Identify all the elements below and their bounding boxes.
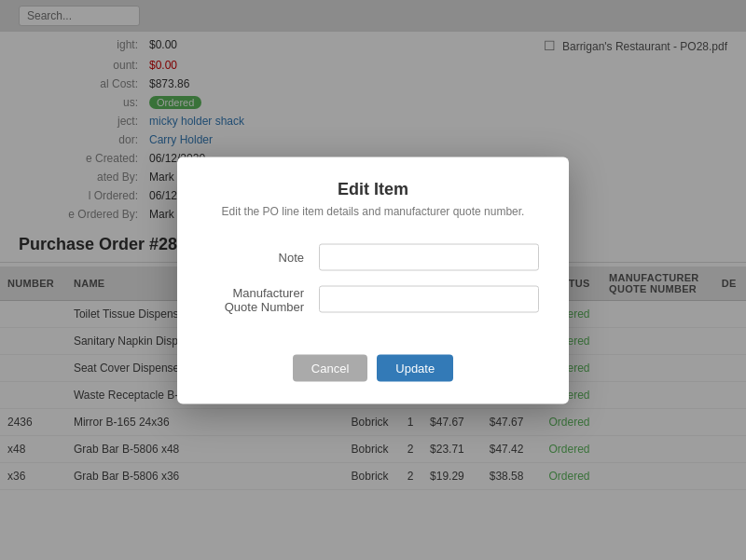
modal-footer: Cancel Update [177,343,569,403]
manufacturer-quote-input[interactable] [319,286,539,313]
manufacturer-label: Manufacturer Quote Number [207,285,319,313]
update-button[interactable]: Update [377,354,453,381]
modal-subtitle: Edit the PO line item details and manufa… [200,204,546,217]
cancel-button[interactable]: Cancel [293,354,367,381]
edit-item-modal: Edit Item Edit the PO line item details … [177,157,569,403]
modal-header: Edit Item Edit the PO line item details … [177,157,569,228]
manufacturer-group: Manufacturer Quote Number [207,285,539,313]
modal-title: Edit Item [200,179,546,198]
note-input[interactable] [319,243,539,270]
note-label: Note [207,250,319,264]
note-group: Note [207,243,539,270]
modal-body: Note Manufacturer Quote Number [177,228,569,343]
